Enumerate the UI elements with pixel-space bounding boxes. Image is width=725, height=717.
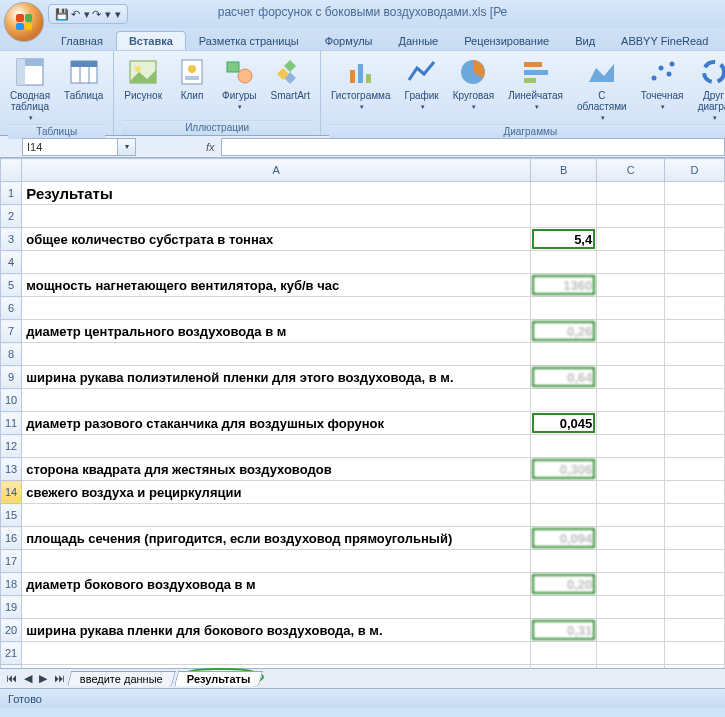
cell[interactable] (531, 205, 597, 228)
clip-button[interactable]: Клип (174, 54, 210, 103)
cell[interactable] (665, 435, 725, 458)
tab-review[interactable]: Рецензирование (451, 31, 562, 50)
cell-A7[interactable]: диаметр центрального воздуховода в м (22, 320, 531, 343)
cell[interactable] (22, 642, 531, 665)
cell[interactable] (531, 297, 597, 320)
next-sheet-icon[interactable]: ▶ (37, 672, 49, 684)
tab-page-layout[interactable]: Разметка страницы (186, 31, 312, 50)
cell[interactable] (531, 596, 597, 619)
cell[interactable] (597, 573, 665, 596)
row-header[interactable]: 15 (1, 504, 22, 527)
bar-chart-button[interactable]: Линейчатая▾ (506, 54, 565, 113)
cell[interactable] (665, 251, 725, 274)
cell[interactable] (665, 573, 725, 596)
cell[interactable] (22, 435, 531, 458)
cell[interactable] (665, 274, 725, 297)
spreadsheet-grid[interactable]: A B C D 1Результаты 2 3общее количество … (0, 158, 725, 668)
col-header-C[interactable]: C (597, 159, 665, 182)
row-header[interactable]: 21 (1, 642, 22, 665)
cell[interactable] (531, 481, 597, 504)
row-header[interactable]: 19 (1, 596, 22, 619)
row-header[interactable]: 7 (1, 320, 22, 343)
row-header[interactable]: 2 (1, 205, 22, 228)
undo-icon[interactable]: ↶ (71, 8, 80, 21)
cell-B3[interactable]: 5,4 (531, 228, 597, 251)
cell[interactable] (22, 550, 531, 573)
cell-A5[interactable]: мощность нагнетающего вентилятора, куб/в… (22, 274, 531, 297)
row-header[interactable]: 6 (1, 297, 22, 320)
formula-input[interactable] (221, 138, 725, 156)
cell-A16[interactable]: площадь сечения (пригодится, если воздух… (22, 527, 531, 550)
scatter-chart-button[interactable]: Точечная▾ (639, 54, 686, 113)
prev-sheet-icon[interactable]: ◀ (22, 672, 34, 684)
cell[interactable] (665, 343, 725, 366)
cell[interactable] (597, 435, 665, 458)
cell[interactable] (597, 481, 665, 504)
cell[interactable] (597, 205, 665, 228)
cell[interactable] (597, 274, 665, 297)
cell[interactable] (665, 182, 725, 205)
cell[interactable] (665, 642, 725, 665)
cell[interactable] (597, 182, 665, 205)
cell-A3[interactable]: общее количество субстрата в тоннах (22, 228, 531, 251)
cell[interactable] (665, 320, 725, 343)
tab-view[interactable]: Вид (562, 31, 608, 50)
name-box-dropdown[interactable]: ▾ (118, 138, 136, 156)
cell[interactable] (665, 504, 725, 527)
cell-B20[interactable]: 0,31 (531, 619, 597, 642)
cell-B11[interactable]: 0,045 (531, 412, 597, 435)
col-header-D[interactable]: D (665, 159, 725, 182)
name-box[interactable]: I14 (22, 138, 118, 156)
cell-A18[interactable]: диаметр бокового воздуховода в м (22, 573, 531, 596)
sheet-tab-results[interactable]: Результаты (174, 671, 263, 686)
cell[interactable] (22, 389, 531, 412)
cell-A9[interactable]: ширина рукава полиэтиленой пленки для эт… (22, 366, 531, 389)
cell-B7[interactable]: 0,26 (531, 320, 597, 343)
row-header[interactable]: 3 (1, 228, 22, 251)
row-header[interactable]: 1 (1, 182, 22, 205)
office-button[interactable] (4, 2, 44, 42)
row-header[interactable]: 14 (1, 481, 22, 504)
cell[interactable] (597, 619, 665, 642)
row-header[interactable]: 18 (1, 573, 22, 596)
cell[interactable] (597, 228, 665, 251)
cell[interactable] (665, 412, 725, 435)
cell[interactable] (531, 504, 597, 527)
cell[interactable] (665, 619, 725, 642)
tab-insert[interactable]: Вставка (116, 31, 186, 50)
cell-A1[interactable]: Результаты (22, 182, 531, 205)
cell[interactable] (22, 297, 531, 320)
row-header[interactable]: 17 (1, 550, 22, 573)
cell-B13[interactable]: 0,306 (531, 458, 597, 481)
cell[interactable] (531, 642, 597, 665)
cell[interactable] (22, 343, 531, 366)
cell-A20[interactable]: ширина рукава пленки для бокового воздух… (22, 619, 531, 642)
cell-B5[interactable]: 1360 (531, 274, 597, 297)
cell[interactable] (531, 550, 597, 573)
undo-dropdown-icon[interactable]: ▾ (84, 8, 90, 21)
cell-A14[interactable]: свежего воздуха и рециркуляции (22, 481, 531, 504)
first-sheet-icon[interactable]: ⏮ (4, 672, 19, 684)
cell[interactable] (531, 389, 597, 412)
fx-icon[interactable]: fx (206, 141, 215, 153)
tab-home[interactable]: Главная (48, 31, 116, 50)
row-header[interactable]: 5 (1, 274, 22, 297)
cell[interactable] (597, 596, 665, 619)
row-header[interactable]: 8 (1, 343, 22, 366)
pivot-table-button[interactable]: Сводная таблица ▾ (8, 54, 52, 124)
cell[interactable] (531, 343, 597, 366)
cell[interactable] (665, 550, 725, 573)
qat-customize-icon[interactable]: ▾ (115, 8, 121, 21)
shapes-button[interactable]: Фигуры ▾ (220, 54, 258, 113)
cell[interactable] (665, 205, 725, 228)
row-header[interactable]: 9 (1, 366, 22, 389)
tab-data[interactable]: Данные (386, 31, 452, 50)
cell-B9[interactable]: 0,64 (531, 366, 597, 389)
cell[interactable] (597, 642, 665, 665)
row-header[interactable]: 10 (1, 389, 22, 412)
cell[interactable] (665, 458, 725, 481)
row-header[interactable]: 20 (1, 619, 22, 642)
row-header[interactable]: 16 (1, 527, 22, 550)
col-header-A[interactable]: A (22, 159, 531, 182)
sheet-tab-input-data[interactable]: введите данные (67, 671, 176, 686)
